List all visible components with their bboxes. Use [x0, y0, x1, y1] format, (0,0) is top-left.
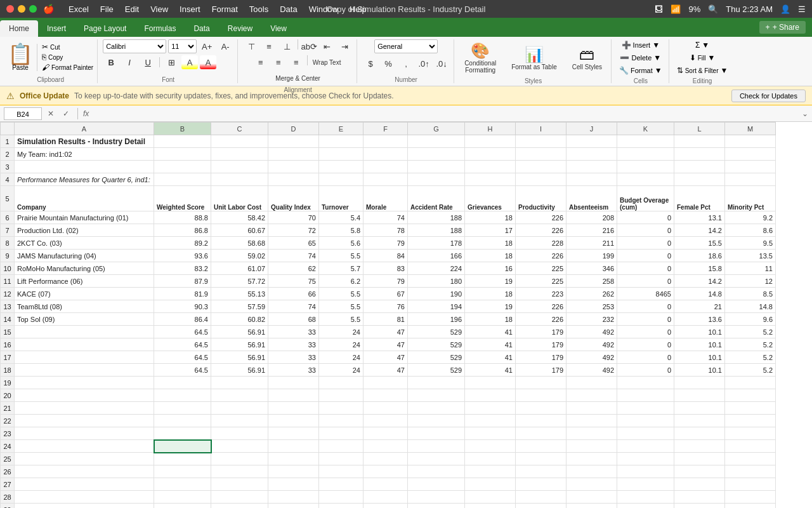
cell-G5[interactable]: Accident Rate [408, 186, 465, 211]
row-number-17[interactable]: 17 [1, 351, 15, 364]
cell-J2[interactable] [566, 148, 617, 161]
cell-G2[interactable] [408, 148, 465, 161]
cell-I11[interactable]: 225 [516, 275, 566, 288]
cell-M14[interactable]: 9.6 [725, 313, 776, 326]
expand-formula-icon[interactable]: ⌄ [802, 109, 808, 118]
cell-J1[interactable] [566, 135, 617, 148]
cell-M18[interactable]: 5.2 [725, 364, 776, 377]
cell-L26[interactable] [674, 465, 725, 478]
decimal-increase-button[interactable]: .0↑ [416, 57, 432, 70]
cell-C18[interactable]: 56.91 [211, 364, 268, 377]
cell-A5[interactable]: Company [15, 186, 154, 211]
cell-E26[interactable] [319, 465, 363, 478]
cell-L7[interactable]: 14.2 [674, 224, 725, 237]
row-number-27[interactable]: 27 [1, 478, 15, 491]
cell-C10[interactable]: 61.07 [211, 262, 268, 275]
cell-C20[interactable] [211, 389, 268, 402]
cell-B27[interactable] [154, 478, 211, 491]
menu-file[interactable]: File [95, 3, 119, 15]
cell-E29[interactable] [319, 504, 363, 509]
indent-increase-button[interactable]: ⇥ [336, 39, 353, 53]
row-number-6[interactable]: 6 [1, 211, 15, 224]
cell-C5[interactable]: Unit Labor Cost [211, 186, 268, 211]
cell-K8[interactable]: 0 [617, 237, 674, 250]
delete-cells-button[interactable]: ➖ Delete ▼ [617, 52, 664, 64]
insert-cells-button[interactable]: ➕ Insert ▼ [619, 39, 662, 51]
apple-menu[interactable]: 🍎 [43, 4, 54, 14]
font-size-select[interactable]: 11 [168, 39, 197, 53]
cell-A14[interactable]: Top Sol (09) [15, 313, 154, 326]
row-number-1[interactable]: 1 [1, 135, 15, 148]
copy-button[interactable]: ⎘ Copy [42, 53, 93, 62]
cell-M19[interactable] [725, 377, 776, 389]
cell-G6[interactable]: 188 [408, 211, 465, 224]
cell-E22[interactable] [319, 415, 363, 427]
cell-H9[interactable]: 18 [465, 250, 516, 262]
cell-C15[interactable]: 56.91 [211, 326, 268, 338]
cell-M5[interactable]: Minority Pct [725, 186, 776, 211]
align-right-button[interactable]: ≡ [288, 55, 304, 69]
cell-C1[interactable] [211, 135, 268, 148]
cell-F21[interactable] [363, 402, 408, 415]
cell-I19[interactable] [516, 377, 566, 389]
cell-J11[interactable]: 258 [566, 275, 617, 288]
cell-M13[interactable]: 14.8 [725, 300, 776, 313]
cell-F14[interactable]: 81 [363, 313, 408, 326]
cell-C27[interactable] [211, 478, 268, 491]
cell-I1[interactable] [516, 135, 566, 148]
cell-C2[interactable] [211, 148, 268, 161]
cell-D7[interactable]: 72 [268, 224, 319, 237]
cell-B24[interactable] [154, 440, 211, 453]
cell-C26[interactable] [211, 465, 268, 478]
cell-I10[interactable]: 225 [516, 262, 566, 275]
menu-format[interactable]: Format [207, 3, 243, 15]
cell-C8[interactable]: 58.68 [211, 237, 268, 250]
row-number-16[interactable]: 16 [1, 338, 15, 351]
cell-K4[interactable] [617, 173, 674, 186]
row-number-18[interactable]: 18 [1, 364, 15, 377]
cell-E5[interactable]: Turnover [319, 186, 363, 211]
row-number-15[interactable]: 15 [1, 326, 15, 338]
cell-L16[interactable]: 10.1 [674, 338, 725, 351]
cell-D17[interactable]: 33 [268, 351, 319, 364]
cell-F19[interactable] [363, 377, 408, 389]
cell-A27[interactable] [15, 478, 154, 491]
row-number-13[interactable]: 13 [1, 300, 15, 313]
col-header-M[interactable]: M [725, 123, 776, 135]
cell-B10[interactable]: 83.2 [154, 262, 211, 275]
align-bottom-button[interactable]: ⊥ [278, 39, 295, 53]
cell-A25[interactable] [15, 453, 154, 465]
cell-J13[interactable]: 253 [566, 300, 617, 313]
cell-B26[interactable] [154, 465, 211, 478]
cell-J21[interactable] [566, 402, 617, 415]
cell-I9[interactable]: 226 [516, 250, 566, 262]
cell-A6[interactable]: Prairie Mountain Manufacturing (01) [15, 211, 154, 224]
cell-H6[interactable]: 18 [465, 211, 516, 224]
cell-K1[interactable] [617, 135, 674, 148]
cell-I14[interactable]: 226 [516, 313, 566, 326]
cell-E1[interactable] [319, 135, 363, 148]
bold-button[interactable]: B [103, 55, 119, 69]
cell-I24[interactable] [516, 440, 566, 453]
cell-M28[interactable] [725, 491, 776, 504]
tab-home[interactable]: Home [0, 20, 38, 37]
col-header-I[interactable]: I [516, 123, 566, 135]
number-format-select[interactable]: General [374, 39, 438, 53]
cell-H7[interactable]: 17 [465, 224, 516, 237]
font-increase-button[interactable]: A+ [199, 39, 215, 53]
orientation-button[interactable]: ab⟳ [301, 39, 317, 53]
cell-K15[interactable]: 0 [617, 326, 674, 338]
cell-I16[interactable]: 179 [516, 338, 566, 351]
cell-A8[interactable]: 2KCT Co. (03) [15, 237, 154, 250]
cell-L23[interactable] [674, 427, 725, 440]
cell-M2[interactable] [725, 148, 776, 161]
cell-E10[interactable]: 5.7 [319, 262, 363, 275]
cell-L5[interactable]: Female Pct [674, 186, 725, 211]
cell-C25[interactable] [211, 453, 268, 465]
col-header-G[interactable]: G [408, 123, 465, 135]
cell-J16[interactable]: 492 [566, 338, 617, 351]
cell-F27[interactable] [363, 478, 408, 491]
cell-A26[interactable] [15, 465, 154, 478]
col-header-L[interactable]: L [674, 123, 725, 135]
cell-B13[interactable]: 90.3 [154, 300, 211, 313]
